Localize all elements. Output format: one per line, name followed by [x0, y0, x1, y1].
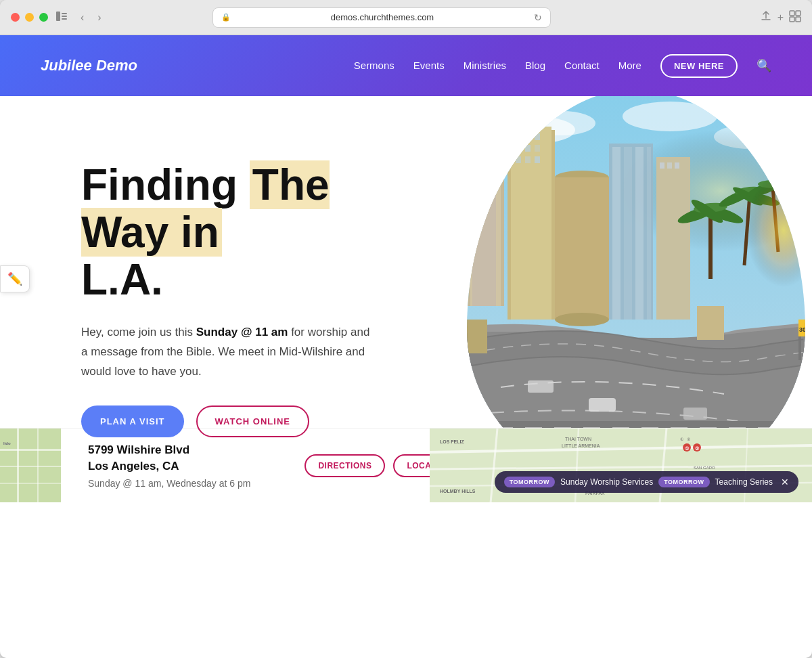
edit-sidebar-button[interactable]: ✏️	[0, 265, 30, 292]
watch-online-button[interactable]: WATCH ONLINE	[196, 405, 309, 437]
svg-rect-73	[0, 449, 61, 451]
footer-bar: lido 5799 Wilshire Blvd Los Angeles, CA …	[0, 428, 812, 502]
svg-rect-44	[675, 162, 679, 169]
search-icon[interactable]: 🔍	[757, 59, 771, 72]
svg-rect-27	[516, 145, 521, 152]
svg-text:THAI TOWN: THAI TOWN	[565, 437, 591, 441]
svg-rect-60	[589, 398, 616, 412]
maximize-button[interactable]	[39, 13, 48, 22]
svg-rect-61	[683, 408, 707, 420]
hero-section: ✏️ Finding The Way in L.A. Hey, come joi…	[0, 96, 812, 502]
nav-ministries[interactable]: Ministries	[464, 60, 506, 71]
svg-rect-32	[535, 156, 540, 163]
svg-text:①: ①	[680, 437, 683, 441]
svg-rect-2	[62, 16, 67, 17]
new-tab-button[interactable]: +	[777, 12, 784, 24]
grid-button[interactable]	[789, 10, 801, 25]
svg-rect-62	[528, 380, 554, 393]
hero-buttons: PLAN A VISIT WATCH ONLINE	[81, 405, 379, 437]
svg-text:LITTLE ARMENIA: LITTLE ARMENIA	[562, 443, 600, 448]
browser-actions: +	[760, 10, 801, 25]
address-line1: 5799 Wilshire Blvd Los Angeles, CA	[88, 442, 250, 475]
map-section-right: LOS FELIZ THAI TOWN LITTLE ARMENIA ① ② H…	[430, 429, 812, 502]
directions-button[interactable]: DIRECTIONS	[304, 454, 385, 477]
nav-contact[interactable]: Contact	[564, 60, 600, 71]
svg-rect-72	[0, 429, 61, 502]
svg-text:30: 30	[799, 326, 805, 333]
notification-badge-2: TOMORROW	[658, 477, 709, 487]
svg-rect-19	[487, 154, 491, 157]
svg-point-35	[555, 313, 609, 326]
svg-rect-18	[482, 154, 485, 157]
svg-rect-28	[525, 145, 531, 152]
svg-rect-7	[796, 17, 800, 22]
svg-rect-23	[511, 127, 551, 320]
website-content: Jubilee Demo Sermons Events Ministries B…	[0, 35, 812, 658]
nav-events[interactable]: Events	[413, 60, 445, 71]
footer-address: 5799 Wilshire Blvd Los Angeles, CA Sunda…	[88, 442, 250, 489]
svg-text:lido: lido	[3, 441, 11, 445]
plan-visit-button[interactable]: PLAN A VISIT	[81, 405, 184, 437]
share-button[interactable]	[760, 10, 772, 25]
svg-rect-1	[62, 13, 67, 14]
new-here-button[interactable]: NEW HERE	[660, 54, 738, 78]
url-text: demos.churchthemes.com	[235, 12, 530, 22]
site-logo[interactable]: Jubilee Demo	[41, 57, 354, 74]
minimize-button[interactable]	[25, 13, 34, 22]
svg-rect-26	[535, 133, 540, 140]
svg-rect-74	[0, 466, 61, 467]
nav-more[interactable]: More	[618, 60, 641, 71]
svg-rect-38	[624, 147, 632, 320]
svg-text:①: ①	[685, 446, 690, 451]
svg-rect-5	[796, 11, 800, 16]
svg-rect-21	[482, 162, 485, 166]
svg-rect-77	[37, 429, 39, 502]
map-thumbnail-svg: lido	[0, 429, 61, 502]
svg-rect-67	[697, 306, 724, 340]
svg-rect-37	[612, 147, 621, 320]
traffic-lights	[11, 13, 48, 22]
hero-highlight: The Way in	[81, 160, 330, 257]
hero-title: Finding The Way in L.A.	[81, 161, 379, 304]
svg-rect-17	[476, 154, 480, 157]
svg-text:LOS FELIZ: LOS FELIZ	[440, 439, 465, 444]
hero-description: Hey, come join us this Sunday @ 11 am fo…	[81, 323, 379, 382]
address-bar[interactable]: 🔒 demos.churchthemes.com ↻	[212, 7, 551, 28]
nav-blog[interactable]: Blog	[525, 60, 545, 71]
svg-rect-3	[62, 18, 67, 20]
svg-rect-20	[476, 162, 480, 166]
forward-button[interactable]: ›	[95, 10, 104, 25]
close-button[interactable]	[11, 13, 20, 22]
hero-title-line2: L.A.	[81, 255, 163, 304]
svg-rect-41	[656, 157, 690, 320]
svg-rect-31	[525, 156, 531, 163]
address-city: Los Angeles, CA	[88, 458, 250, 475]
svg-rect-29	[535, 145, 540, 152]
svg-rect-42	[660, 162, 664, 169]
sidebar-toggle-button[interactable]	[56, 12, 67, 23]
svg-rect-24	[516, 133, 521, 140]
svg-rect-76	[17, 429, 19, 502]
hero-bold-text: Sunday @ 11 am	[196, 326, 288, 338]
svg-text:SAN GARO: SAN GARO	[694, 466, 715, 470]
svg-rect-34	[555, 177, 609, 320]
svg-text:②: ②	[695, 446, 700, 451]
hero-content: Finding The Way in L.A. Hey, come join u…	[0, 161, 379, 438]
nav-links-list: Sermons Events Ministries Blog Contact M…	[354, 54, 771, 78]
svg-rect-4	[790, 11, 794, 16]
svg-text:HOLMBY HILLS: HOLMBY HILLS	[440, 489, 476, 494]
svg-rect-39	[635, 147, 644, 320]
schedule-text: Sunday @ 11 am, Wednesday at 6 pm	[88, 478, 250, 489]
reload-icon[interactable]: ↻	[534, 12, 542, 23]
main-navigation: Jubilee Demo Sermons Events Ministries B…	[0, 35, 812, 96]
svg-rect-16	[472, 150, 496, 306]
browser-titlebar: ‹ › 🔒 demos.churchthemes.com ↻ +	[0, 0, 812, 35]
notification-close-button[interactable]: ✕	[781, 477, 789, 487]
svg-rect-0	[56, 12, 60, 21]
svg-rect-66	[467, 320, 487, 353]
notification-bar: TOMORROW Sunday Worship Services TOMORRO…	[495, 471, 798, 493]
nav-sermons[interactable]: Sermons	[354, 60, 394, 71]
back-button[interactable]: ‹	[78, 10, 87, 25]
svg-rect-30	[516, 156, 521, 163]
svg-rect-25	[525, 133, 531, 140]
